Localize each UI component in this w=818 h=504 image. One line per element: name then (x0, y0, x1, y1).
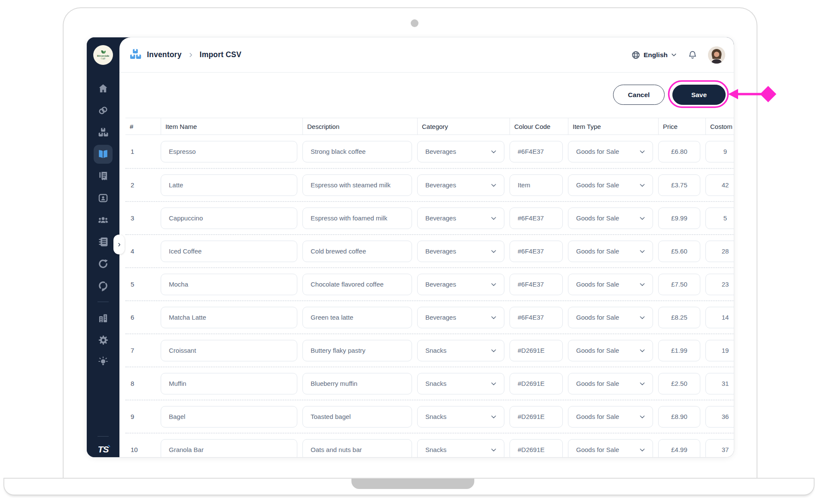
colour_code-input[interactable]: Item (510, 174, 563, 196)
colour_code-input[interactable]: #6F4E37 (510, 274, 563, 295)
item_type-select[interactable]: Goods for Sale (568, 274, 653, 295)
user-avatar[interactable] (708, 46, 725, 64)
name-input[interactable]: Bagel (161, 406, 297, 428)
custom-input[interactable]: 37 (705, 439, 734, 458)
custom-input[interactable]: 5 (705, 208, 734, 229)
sidebar-item-settings[interactable] (94, 330, 113, 349)
description-input[interactable]: Toasted bagel (302, 406, 412, 428)
price-input[interactable]: £4.99 (658, 439, 700, 458)
sidebar-item-company[interactable] (94, 309, 113, 327)
name-input[interactable]: Matcha Latte (161, 307, 297, 328)
sidebar-item-customers[interactable] (94, 211, 113, 229)
name-input[interactable]: Latte (161, 174, 297, 196)
sidebar-item-menu[interactable] (94, 145, 113, 164)
description-input[interactable]: Strong black coffee (302, 141, 412, 162)
sidebar-expand-button[interactable] (113, 235, 125, 254)
item_type-select[interactable]: Goods for Sale (568, 439, 653, 458)
sidebar-item-history[interactable] (94, 276, 113, 295)
description-input[interactable]: Buttery flaky pastry (302, 340, 412, 361)
row-number: 4 (125, 247, 156, 255)
item_type-select[interactable]: Goods for Sale (568, 174, 653, 196)
category-select[interactable]: Beverages (417, 307, 504, 328)
breadcrumb-section[interactable]: Inventory (147, 50, 182, 59)
item_type-select[interactable]: Goods for Sale (568, 241, 653, 262)
description-input[interactable]: Chocolate flavored coffee (302, 274, 412, 295)
category-select[interactable]: Beverages (417, 141, 504, 162)
category-value: Snacks (425, 347, 446, 354)
item_type-select[interactable]: Goods for Sale (568, 373, 653, 394)
sidebar-item-links[interactable] (94, 101, 113, 120)
cell-name: Muffin (161, 373, 297, 394)
sidebar-divider (98, 302, 109, 302)
colour_code-input[interactable]: #6F4E37 (510, 241, 563, 262)
notifications-button[interactable] (687, 50, 698, 60)
sidebar-item-home[interactable] (94, 79, 113, 98)
cell-description: Oats and nuts bar (302, 439, 412, 458)
custom-input[interactable]: 9 (705, 141, 734, 162)
description-input[interactable]: Cold brewed coffee (302, 241, 412, 262)
name-input[interactable]: Croissant (161, 340, 297, 361)
item_type-select[interactable]: Goods for Sale (568, 208, 653, 229)
category-select[interactable]: Beverages (417, 208, 504, 229)
price-input[interactable]: £5.60 (658, 241, 700, 262)
price-input[interactable]: £3.75 (658, 174, 700, 196)
custom-input[interactable]: 31 (705, 373, 734, 394)
name-input[interactable]: Mocha (161, 274, 297, 295)
sidebar-item-inventory[interactable] (94, 123, 113, 142)
custom-input[interactable]: 28 (705, 241, 734, 262)
category-select[interactable]: Snacks (417, 439, 504, 458)
description-input[interactable]: Green tea latte (302, 307, 412, 328)
description-input[interactable]: Blueberry muffin (302, 373, 412, 394)
name-input[interactable]: Muffin (161, 373, 297, 394)
name-input[interactable]: Granola Bar (161, 439, 297, 458)
custom-input[interactable]: 36 (705, 406, 734, 428)
name-input[interactable]: Cappuccino (161, 208, 297, 229)
cancel-button[interactable]: Cancel (613, 85, 665, 105)
category-select[interactable]: Snacks (417, 406, 504, 428)
description-input[interactable]: Oats and nuts bar (302, 439, 412, 458)
colour_code-input[interactable]: #D2691E (510, 373, 563, 394)
language-selector[interactable]: English (631, 50, 677, 60)
description-input[interactable]: Espresso with steamed milk (302, 174, 412, 196)
sidebar-item-orders[interactable] (94, 167, 113, 186)
category-select[interactable]: Snacks (417, 340, 504, 361)
price-input[interactable]: £1.99 (658, 340, 700, 361)
item_type-select[interactable]: Goods for Sale (568, 141, 653, 162)
sidebar-item-contacts[interactable] (94, 189, 113, 208)
price-input[interactable]: £7.50 (658, 274, 700, 295)
item_type-select[interactable]: Goods for Sale (568, 340, 653, 361)
description-input[interactable]: Espresso with foamed milk (302, 208, 412, 229)
row-number: 6 (125, 314, 156, 321)
item_type-select[interactable]: Goods for Sale (568, 406, 653, 428)
price-input[interactable]: £8.25 (658, 307, 700, 328)
sidebar-item-records[interactable] (94, 232, 113, 251)
colour_code-input[interactable]: #6F4E37 (510, 208, 563, 229)
chevron-down-icon (490, 413, 497, 420)
save-button[interactable]: Save (672, 85, 726, 105)
price-input[interactable]: £6.80 (658, 141, 700, 162)
custom-input[interactable]: 14 (705, 307, 734, 328)
price-input[interactable]: £2.50 (658, 373, 700, 394)
name-input[interactable]: Espresso (161, 141, 297, 162)
category-select[interactable]: Beverages (417, 174, 504, 196)
colour_code-input[interactable]: #D2691E (510, 340, 563, 361)
category-select[interactable]: Beverages (417, 241, 504, 262)
item_type-select[interactable]: Goods for Sale (568, 307, 653, 328)
custom-input[interactable]: 19 (705, 340, 734, 361)
sidebar-item-sync[interactable] (94, 254, 113, 273)
cell-name: Iced Coffee (161, 241, 297, 262)
category-select[interactable]: Beverages (417, 274, 504, 295)
menu-book-icon (97, 148, 109, 160)
custom-input[interactable]: 23 (705, 274, 734, 295)
custom-input[interactable]: 42 (705, 174, 734, 196)
category-select[interactable]: Snacks (417, 373, 504, 394)
sidebar-item-ideas[interactable] (94, 352, 113, 371)
price-input[interactable]: £9.99 (658, 208, 700, 229)
colour_code-input[interactable]: #6F4E37 (510, 307, 563, 328)
chevron-right-icon (117, 242, 122, 247)
colour_code-input[interactable]: #6F4E37 (510, 141, 563, 162)
price-input[interactable]: £8.90 (658, 406, 700, 428)
colour_code-input[interactable]: #D2691E (510, 406, 563, 428)
colour_code-input[interactable]: #D2691E (510, 439, 563, 458)
name-input[interactable]: Iced Coffee (161, 241, 297, 262)
